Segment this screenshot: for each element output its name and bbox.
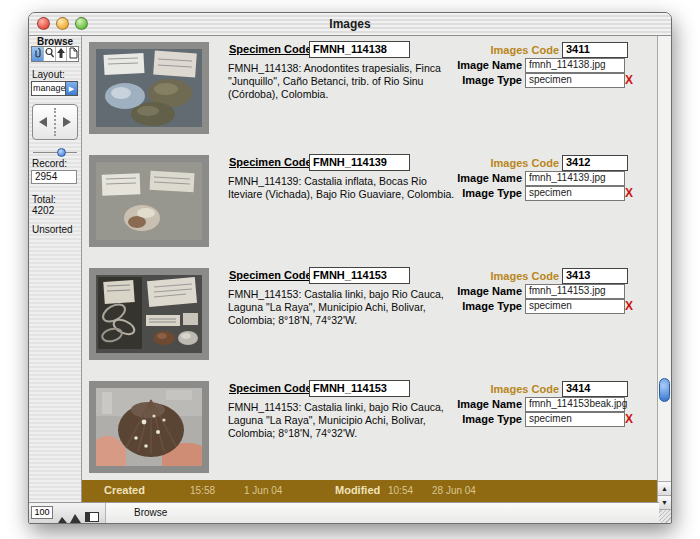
images-code-field[interactable]: 3413 — [562, 268, 628, 284]
specimen-code-label: Specimen Code — [229, 269, 312, 281]
specimen-code-label: Specimen Code — [229, 43, 312, 55]
image-name-field[interactable]: fmnh_114153beak.jpg — [525, 397, 625, 412]
mode-buttons — [31, 46, 79, 62]
record-row: Specimen Code FMNH_114138 FMNH_114138: A… — [82, 40, 659, 153]
images-window: Images Browse Layout: managem ▶ — [28, 12, 672, 524]
magnifier-icon — [44, 47, 55, 61]
close-button[interactable] — [37, 17, 50, 30]
specimen-code-field[interactable]: FMNH_114139 — [309, 154, 410, 171]
image-name-label: Image Name — [422, 398, 522, 410]
image-type-field[interactable]: specimen — [525, 412, 625, 427]
record-label: Record: — [32, 158, 67, 169]
browse-mode-button[interactable] — [32, 47, 44, 61]
created-time: 15:58 — [190, 485, 215, 496]
specimen-photo[interactable] — [89, 155, 209, 247]
bottom-status-bar: 100 Browse — [29, 502, 659, 523]
scroll-down-button[interactable]: ▼ — [658, 495, 671, 509]
next-record-button[interactable] — [63, 117, 71, 127]
resize-grip-icon[interactable] — [658, 509, 671, 523]
modified-date: 28 Jun 04 — [432, 485, 476, 496]
vertical-scrollbar[interactable]: ▲ ▼ — [657, 36, 671, 523]
image-name-field[interactable]: fmnh_114153.jpg — [525, 284, 625, 299]
images-code-label: Images Code — [442, 383, 559, 395]
image-name-field[interactable]: fmnh_114139.jpg — [525, 171, 625, 186]
record-timestamps-bar: Created 15:58 1 Jun 04 Modified 10:54 28… — [82, 480, 659, 502]
delete-image-button[interactable]: X — [625, 412, 633, 426]
modified-time: 10:54 — [388, 485, 413, 496]
window-title: Images — [29, 13, 671, 35]
slider-track — [33, 152, 77, 153]
image-type-field[interactable]: specimen — [525, 73, 625, 88]
image-type-label: Image Type — [422, 187, 522, 199]
page-icon — [68, 47, 78, 61]
specimen-code-field[interactable]: FMNH_114153 — [309, 380, 410, 397]
scroll-up-button[interactable]: ▲ — [658, 481, 671, 495]
layout-mode-button[interactable] — [56, 47, 68, 61]
zoom-in-icon[interactable] — [70, 509, 81, 524]
previous-record-button[interactable] — [39, 117, 47, 127]
specimen-code-field[interactable]: FMNH_114138 — [309, 41, 410, 58]
images-code-field[interactable]: 3414 — [562, 381, 628, 397]
image-type-field[interactable]: specimen — [525, 186, 625, 201]
images-code-field[interactable]: 3412 — [562, 155, 628, 171]
image-name-label: Image Name — [422, 172, 522, 184]
specimen-photo[interactable] — [89, 381, 209, 473]
preview-mode-button[interactable] — [67, 47, 78, 61]
layout-popup[interactable]: managem ▶ — [31, 81, 78, 96]
scrollbar-thumb[interactable] — [659, 378, 670, 402]
paperclip-icon — [32, 47, 42, 61]
images-code-label: Images Code — [442, 270, 559, 282]
up-arrow-icon — [56, 47, 66, 61]
minimize-button[interactable] — [56, 17, 69, 30]
record-row: Specimen Code FMNH_114153 FMNH_114153: C… — [82, 379, 659, 492]
specimen-photo[interactable] — [89, 42, 209, 134]
specimen-code-label: Specimen Code — [229, 382, 312, 394]
image-name-field[interactable]: fmnh_114138.jpg — [525, 58, 625, 73]
record-slider[interactable] — [33, 148, 77, 157]
status-area-toggle-icon[interactable] — [85, 508, 99, 524]
zoom-percentage-field[interactable]: 100 — [31, 506, 53, 519]
mode-popup-strip: Browse — [105, 503, 659, 523]
specimen-code-field[interactable]: FMNH_114153 — [309, 267, 410, 284]
find-mode-button[interactable] — [44, 47, 56, 61]
image-type-label: Image Type — [422, 300, 522, 312]
status-area-sidebar: Browse Layout: managem ▶ — [29, 36, 82, 524]
total-label: Total: — [32, 194, 56, 205]
layout-popup-value: managem — [32, 82, 65, 95]
record-row: Specimen Code FMNH_114153 FMNH_114153: C… — [82, 266, 659, 379]
slider-knob[interactable] — [57, 148, 66, 157]
records-list: Specimen Code FMNH_114138 FMNH_114138: A… — [82, 36, 659, 504]
record-number-field[interactable]: 2954 — [31, 170, 77, 184]
delete-image-button[interactable]: X — [625, 73, 633, 87]
record-row: Specimen Code FMNH_114139 FMNH_114139: C… — [82, 153, 659, 266]
image-type-field[interactable]: specimen — [525, 299, 625, 314]
book-navigation — [32, 104, 78, 140]
specimen-photo[interactable] — [89, 268, 209, 360]
images-code-field[interactable]: 3411 — [562, 42, 628, 58]
modified-label: Modified — [335, 484, 380, 496]
zoom-out-icon[interactable] — [58, 509, 67, 524]
total-value: 4202 — [32, 205, 54, 216]
image-type-label: Image Type — [422, 413, 522, 425]
sort-status: Unsorted — [32, 224, 73, 235]
mode-popup[interactable]: Browse — [134, 507, 167, 518]
specimen-code-label: Specimen Code — [229, 156, 312, 168]
layout-label: Layout: — [32, 69, 65, 80]
zoom-window-button[interactable] — [75, 17, 88, 30]
image-name-label: Image Name — [422, 59, 522, 71]
delete-image-button[interactable]: X — [625, 299, 633, 313]
title-bar[interactable]: Images — [29, 13, 671, 36]
book-spine — [54, 108, 56, 136]
created-date: 1 Jun 04 — [244, 485, 282, 496]
images-code-label: Images Code — [442, 44, 559, 56]
popup-arrow-icon: ▶ — [65, 82, 77, 95]
image-type-label: Image Type — [422, 74, 522, 86]
images-code-label: Images Code — [442, 157, 559, 169]
image-name-label: Image Name — [422, 285, 522, 297]
created-label: Created — [104, 484, 145, 496]
delete-image-button[interactable]: X — [625, 186, 633, 200]
